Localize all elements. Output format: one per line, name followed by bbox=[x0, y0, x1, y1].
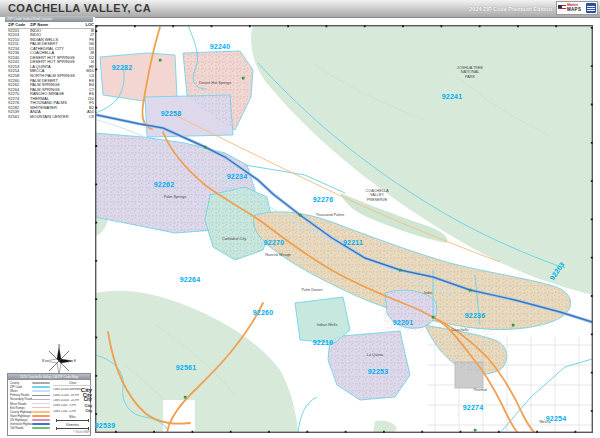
legend-swatch bbox=[32, 386, 50, 388]
zip-label: 92241 bbox=[442, 93, 462, 100]
logo-word-maps: MAPS bbox=[567, 8, 585, 13]
legend-items: County ZIP Code Water Primary Roads Seco… bbox=[10, 381, 50, 434]
legend-title: 2024 Coachella Valley, CA ZIP Code Map bbox=[8, 374, 90, 380]
legend-city-sizes: Cities 50,000 and more City Cities 25,00… bbox=[53, 387, 92, 414]
zip-label: 92282 bbox=[112, 64, 132, 71]
place-label: COACHELLA VALLEY PRESERVE bbox=[365, 189, 388, 202]
index-panel: ZIP Code Index/Grid Locator ZIP Code ZIP… bbox=[0, 17, 95, 438]
place-label: Thousand Palms bbox=[316, 213, 345, 217]
legend-swatch bbox=[32, 423, 50, 425]
scale-kilometers: Kilometers bbox=[53, 423, 92, 430]
logo-badge bbox=[586, 3, 596, 13]
zip-label: 92561 bbox=[176, 364, 196, 371]
scale-miles: Miles bbox=[53, 415, 92, 422]
place-label: Coachella bbox=[452, 328, 469, 332]
table-row: 92561 MOUNTAIN CENTER C9 bbox=[8, 115, 94, 120]
compass-e: E bbox=[74, 359, 76, 363]
zip-label: 92236 bbox=[465, 312, 485, 319]
place-label: Thermal bbox=[473, 388, 487, 392]
zip-label: 92270 bbox=[264, 239, 284, 246]
legend-swatch bbox=[32, 407, 50, 409]
place-label: Palm Desert bbox=[302, 288, 323, 292]
place-label: Desert Hot Springs bbox=[199, 81, 231, 85]
place-label: Rancho Mirage bbox=[265, 253, 291, 257]
legend-swatch bbox=[32, 395, 50, 397]
zip-label: 92260 bbox=[253, 309, 273, 316]
legend-swatch bbox=[32, 399, 50, 401]
zip-label: 92276 bbox=[313, 196, 333, 203]
zip-index-table: ZIP Code ZIP Name LOC 92201 INDIO I8 922… bbox=[8, 23, 94, 119]
legend-box: 2024 Coachella Valley, CA ZIP Code Map C… bbox=[7, 373, 91, 436]
legend-swatch bbox=[32, 411, 50, 413]
zip-label: 92264 bbox=[180, 276, 200, 283]
legend-swatch bbox=[32, 427, 50, 429]
edition-label: 2024 ZIP Code Premium Edition bbox=[469, 6, 552, 12]
legend-copyright: © MarketMAPS bbox=[53, 431, 92, 434]
zip-label: 92234 bbox=[227, 173, 247, 180]
zip-label: 92210 bbox=[313, 339, 333, 346]
zip-label: 92539 bbox=[95, 422, 115, 429]
legend-swatch bbox=[32, 403, 50, 405]
flag-icon bbox=[558, 5, 566, 11]
place-label: Indio bbox=[424, 291, 432, 295]
place-label: Cathedral City bbox=[222, 237, 246, 241]
scale-bar bbox=[56, 427, 89, 430]
page-title: COACHELLA VALLEY, CA bbox=[8, 2, 151, 14]
place-label: JOSHUA TREE NATIONAL PARK bbox=[457, 66, 483, 79]
zip-label: 92253 bbox=[368, 368, 388, 375]
place-label: La Quinta bbox=[367, 353, 383, 357]
place-label: Palm Springs bbox=[164, 195, 187, 199]
zip-label: 92201 bbox=[393, 319, 413, 326]
index-rows: 92201 INDIO I8 92203 INDIO J7 92210 INDI… bbox=[8, 29, 94, 120]
publisher-logo: Market MAPS bbox=[556, 1, 598, 15]
legend-swatch bbox=[32, 390, 50, 392]
zip-label: 92262 bbox=[154, 181, 174, 188]
legend-item: Toll Roads bbox=[10, 426, 50, 430]
place-label: Indian Wells bbox=[317, 323, 338, 327]
map-artwork bbox=[95, 25, 593, 433]
legend-city-row: Cities 1,000 - 4,999 City bbox=[53, 409, 92, 414]
zip-label: 92211 bbox=[343, 239, 363, 246]
compass-w: W bbox=[42, 359, 45, 363]
legend-swatch bbox=[32, 419, 50, 421]
map-poster: COACHELLA VALLEY, CA 2024 ZIP Code Premi… bbox=[0, 0, 600, 438]
zip-label: 92274 bbox=[463, 404, 483, 411]
zip-label: 92240 bbox=[210, 43, 230, 50]
map-canvas: Desert Hot SpringsPalm SpringsCathedral … bbox=[95, 25, 593, 433]
legend-swatch bbox=[32, 382, 50, 384]
zip-label: 92254 bbox=[546, 415, 566, 422]
scale-bar bbox=[56, 419, 89, 422]
zip-label: 92258 bbox=[161, 110, 181, 117]
compass-n: N bbox=[58, 344, 60, 348]
legend-swatch bbox=[32, 415, 50, 417]
legend-cities-header: Cities bbox=[53, 381, 92, 386]
